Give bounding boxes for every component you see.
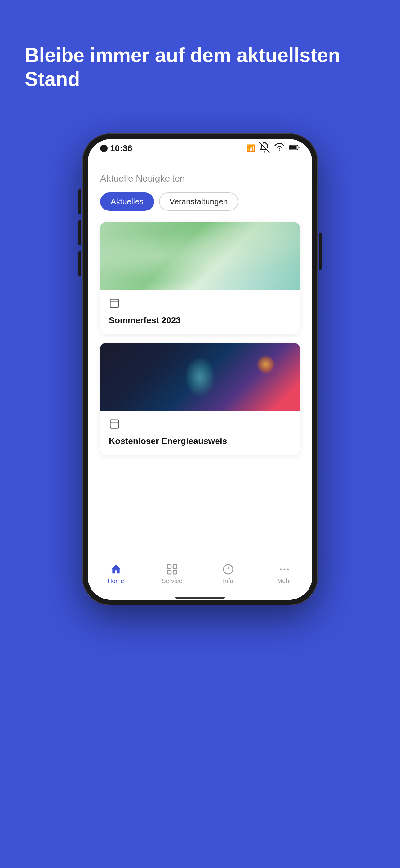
phone-screen: 10:36 📶 [88,139,312,600]
content-scroll: Aktuelle Neuigkeiten Aktuelles Veranstal… [88,158,312,558]
nav-label-mehr: Mehr [277,578,292,585]
info-icon [222,563,234,576]
bottom-nav: Home Service [88,558,312,595]
filter-tab-aktuelles[interactable]: Aktuelles [100,192,154,211]
wifi-icon [274,142,285,155]
card-icon-energie [109,418,291,432]
svg-point-17 [284,569,285,570]
status-time: 10:36 [110,144,132,153]
home-indicator [88,595,312,600]
card-title-sommerfest: Sommerfest 2023 [109,315,291,326]
svg-rect-9 [167,565,171,568]
svg-point-18 [287,569,289,570]
nav-item-mehr[interactable]: Mehr [269,563,300,585]
battery-icon [289,142,300,155]
news-card-sommerfest[interactable]: Sommerfest 2023 [100,222,300,334]
nav-item-info[interactable]: Info [213,563,244,585]
card-body-energie: Kostenloser Energieausweis [100,411,300,455]
nav-label-info: Info [223,578,233,585]
home-indicator-bar [175,597,225,598]
status-bar: 10:36 📶 [88,139,312,158]
svg-rect-12 [173,570,177,574]
svg-rect-11 [167,570,171,574]
svg-line-0 [260,143,270,153]
news-card-energie[interactable]: Kostenloser Energieausweis [100,343,300,455]
filter-tabs: Aktuelles Veranstaltungen [100,192,300,211]
svg-rect-3 [110,299,119,308]
app-content: Aktuelle Neuigkeiten Aktuelles Veranstal… [88,158,312,600]
bluetooth-icon: 📶 [247,144,255,152]
nav-item-service[interactable]: Service [157,563,188,585]
card-body-sommerfest: Sommerfest 2023 [100,290,300,334]
section-title: Aktuelle Neuigkeiten [100,173,300,184]
nav-item-home[interactable]: Home [100,563,131,585]
svg-point-16 [280,569,281,570]
status-right: 📶 [247,142,300,155]
card-image-energie [100,343,300,411]
bell-off-icon [259,142,270,155]
svg-rect-2 [290,146,297,149]
nav-label-home: Home [108,578,124,585]
svg-rect-10 [173,565,177,568]
service-grid-icon [166,563,178,576]
hero-heading: Bleibe immer auf dem aktuellsten Stand [25,43,375,91]
filter-tab-veranstaltungen[interactable]: Veranstaltungen [159,192,238,211]
svg-rect-6 [110,420,119,428]
camera-icon [100,145,108,152]
card-image-sommerfest [100,222,300,290]
card-title-energie: Kostenloser Energieausweis [109,436,291,446]
phone-shell: 10:36 📶 [82,133,318,606]
more-icon [278,563,291,576]
card-icon-sommerfest [109,298,291,312]
phone-mockup: 10:36 📶 [82,133,318,606]
nav-label-service: Service [162,578,182,585]
status-left: 10:36 [100,144,132,153]
home-icon [110,563,122,576]
